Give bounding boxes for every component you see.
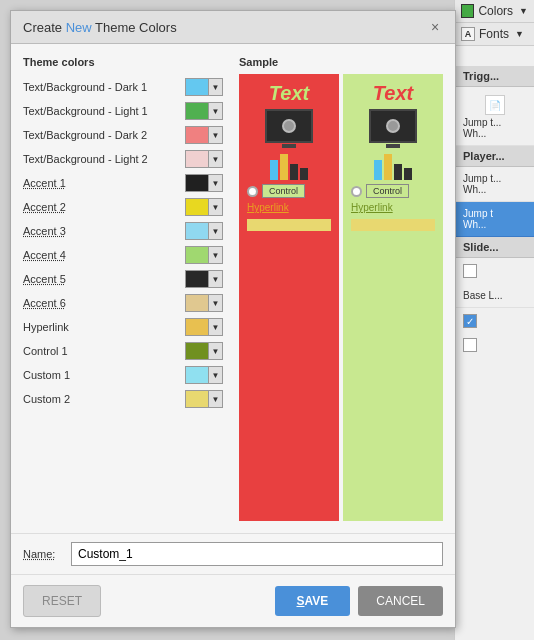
color-row-5: Accent 2 ▼ — [23, 196, 223, 218]
bar-light-0 — [374, 160, 382, 180]
fonts-icon: A — [461, 27, 475, 41]
color-swatch-8 — [186, 271, 208, 287]
control-btn-dark[interactable]: Control — [262, 184, 305, 198]
trigger-section: Trigg... — [455, 66, 534, 87]
color-swatch-btn-9[interactable]: ▼ — [185, 294, 223, 312]
color-label-13: Custom 2 — [23, 393, 185, 405]
color-swatch-11 — [186, 343, 208, 359]
sample-label: Sample — [239, 56, 443, 68]
bar-light-3 — [404, 168, 412, 180]
color-swatch-btn-0[interactable]: ▼ — [185, 78, 223, 96]
color-label-9: Accent 6 — [23, 297, 185, 309]
radio-btn-row-dark: Control — [247, 184, 331, 198]
monitor-circle-dark — [282, 119, 296, 133]
color-swatch-btn-5[interactable]: ▼ — [185, 198, 223, 216]
color-swatch-9 — [186, 295, 208, 311]
close-button[interactable]: × — [427, 19, 443, 35]
player-section: Player... — [455, 146, 534, 167]
color-swatch-12 — [186, 367, 208, 383]
color-swatch-btn-11[interactable]: ▼ — [185, 342, 223, 360]
color-swatch-7 — [186, 247, 208, 263]
checkbox-3[interactable] — [463, 338, 477, 352]
cancel-button[interactable]: CANCEL — [358, 586, 443, 616]
jump-item-2: Jump t...Wh... — [455, 167, 534, 202]
swatch-arrow-0: ▼ — [208, 79, 222, 95]
jump-item-1: 📄 Jump t...Wh... — [455, 87, 534, 146]
color-swatch-btn-2[interactable]: ▼ — [185, 126, 223, 144]
color-swatch-btn-3[interactable]: ▼ — [185, 150, 223, 168]
highlight-bar-light — [351, 219, 435, 231]
fonts-label: Fonts — [479, 27, 509, 41]
color-label-8: Accent 5 — [23, 273, 185, 285]
color-row-9: Accent 6 ▼ — [23, 292, 223, 314]
monitor-dark — [265, 109, 313, 143]
color-swatch-4 — [186, 175, 208, 191]
color-swatch-btn-12[interactable]: ▼ — [185, 366, 223, 384]
sample-text-dark: Text — [269, 82, 309, 105]
bar-dark-2 — [290, 164, 298, 180]
checkbox-checked[interactable]: ✓ — [463, 314, 477, 328]
save-rest: AVE — [305, 594, 329, 608]
color-row-8: Accent 5 ▼ — [23, 268, 223, 290]
color-swatch-btn-7[interactable]: ▼ — [185, 246, 223, 264]
bar-dark-3 — [300, 168, 308, 180]
color-swatch-btn-1[interactable]: ▼ — [185, 102, 223, 120]
sample-dark-box: Text — [239, 74, 339, 521]
color-label-1: Text/Background - Light 1 — [23, 105, 185, 117]
create-theme-dialog: Create New Theme Colors × Theme colors T… — [10, 10, 456, 628]
hyperlink-dark: Hyperlink — [247, 202, 331, 213]
colors-label: Colors — [478, 4, 513, 18]
monitor-circle-light — [386, 119, 400, 133]
swatch-arrow-11: ▼ — [208, 343, 222, 359]
swatch-arrow-6: ▼ — [208, 223, 222, 239]
color-label-12: Custom 1 — [23, 369, 185, 381]
swatch-arrow-3: ▼ — [208, 151, 222, 167]
checkbox-1[interactable] — [463, 264, 477, 278]
color-swatch-btn-6[interactable]: ▼ — [185, 222, 223, 240]
save-button[interactable]: SAVE — [275, 586, 351, 616]
radio-btn-row-light: Control — [351, 184, 435, 198]
radio-light — [351, 186, 362, 197]
swatch-arrow-4: ▼ — [208, 175, 222, 191]
reset-button[interactable]: RESET — [23, 585, 101, 617]
dialog-titlebar: Create New Theme Colors × — [11, 11, 455, 44]
color-row-13: Custom 2 ▼ — [23, 388, 223, 410]
color-swatch-btn-13[interactable]: ▼ — [185, 390, 223, 408]
color-swatch-btn-8[interactable]: ▼ — [185, 270, 223, 288]
color-swatch-13 — [186, 391, 208, 407]
colors-icon — [461, 4, 474, 18]
sample-light-box: Text — [343, 74, 443, 521]
checkbox-area-3 — [455, 334, 534, 356]
color-row-4: Accent 1 ▼ — [23, 172, 223, 194]
color-label-7: Accent 4 — [23, 249, 185, 261]
colors-toolbar[interactable]: Colors ▼ — [455, 0, 534, 23]
sample-preview: Text — [239, 74, 443, 521]
monitor-container-dark — [265, 109, 313, 148]
swatch-arrow-12: ▼ — [208, 367, 222, 383]
bar-light-2 — [394, 164, 402, 180]
radio-dark — [247, 186, 258, 197]
color-label-5: Accent 2 — [23, 201, 185, 213]
right-panel: Colors ▼ A Fonts ▼ Trigg... 📄 Jump t...W… — [454, 0, 534, 640]
color-swatch-0 — [186, 79, 208, 95]
base-l-item: Base L... — [455, 284, 534, 308]
color-swatch-btn-10[interactable]: ▼ — [185, 318, 223, 336]
theme-colors-label: Theme colors — [23, 56, 223, 68]
checkbox-area-2: ✓ — [455, 308, 534, 334]
color-row-12: Custom 1 ▼ — [23, 364, 223, 386]
color-row-7: Accent 4 ▼ — [23, 244, 223, 266]
monitor-light — [369, 109, 417, 143]
control-btn-light[interactable]: Control — [366, 184, 409, 198]
color-label-10: Hyperlink — [23, 321, 185, 333]
jump-item-3[interactable]: Jump tWh... — [455, 202, 534, 237]
dialog-body: Theme colors Text/Background - Dark 1 ▼ … — [11, 44, 455, 533]
checkbox-area — [455, 258, 534, 284]
bars-dark — [270, 152, 308, 180]
slide-section: Slide... — [455, 237, 534, 258]
color-list: Theme colors Text/Background - Dark 1 ▼ … — [23, 56, 223, 521]
swatch-arrow-10: ▼ — [208, 319, 222, 335]
color-swatch-btn-4[interactable]: ▼ — [185, 174, 223, 192]
bar-dark-0 — [270, 160, 278, 180]
name-input[interactable] — [71, 542, 443, 566]
fonts-toolbar[interactable]: A Fonts ▼ — [455, 23, 534, 46]
